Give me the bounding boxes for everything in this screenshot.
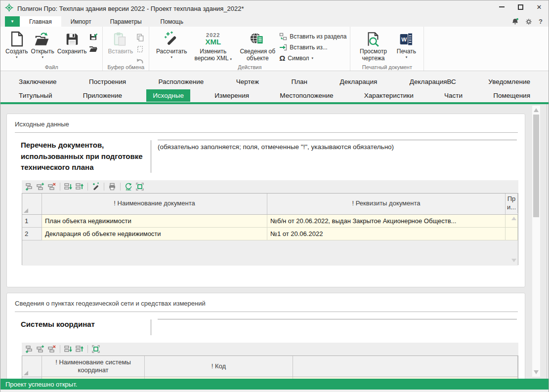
move-row-down-button[interactable] (63, 344, 73, 354)
close-button[interactable]: ✕ (530, 0, 549, 13)
tab-pomeshcheniya[interactable]: Помещения (487, 89, 537, 102)
symbol-button[interactable]: Ω Символ ▾ (279, 53, 346, 63)
column-header-attr[interactable]: При... (506, 194, 518, 213)
help-button[interactable]: ? (539, 18, 543, 25)
drawing-preview-button[interactable]: Просмотр чертежа (354, 29, 392, 63)
copy-button[interactable] (134, 32, 145, 42)
select-all-corner[interactable] (22, 194, 42, 214)
scroll-down-arrow-icon[interactable] (534, 370, 539, 374)
tab-raspolozhenie[interactable]: Расположение (152, 76, 211, 88)
tab-zaklyuchenie[interactable]: Заключение (12, 76, 63, 88)
menu-arrow-icon: ▼ (10, 19, 14, 24)
column-header-details[interactable]: ! Реквизиты документа (267, 194, 506, 214)
tab-iskhodnye[interactable]: Исходные (146, 89, 190, 102)
scroll-up-arrow-icon[interactable] (534, 108, 539, 112)
insert-row-button[interactable] (36, 344, 45, 354)
paste-special-button[interactable] (134, 44, 145, 54)
tab-postroeniya[interactable]: Построения (83, 76, 132, 88)
expand-table-button[interactable] (91, 344, 101, 354)
field-divider (150, 140, 152, 173)
ribbon-tab-parameters[interactable]: Параметры (101, 16, 151, 27)
tab-chertezh[interactable]: Чертеж (230, 76, 265, 88)
new-button[interactable]: Создать ▾ (4, 29, 30, 61)
table-row[interactable]: 2 Декларация об объекте недвижимости №1 … (22, 228, 518, 240)
open-button[interactable]: Открыть ▾ (30, 29, 56, 61)
tab-prilozhenie[interactable]: Приложение (77, 89, 128, 102)
object-info-button[interactable]: Сведения об объекте (236, 29, 279, 63)
move-row-down-button[interactable] (63, 182, 73, 192)
autofill-button[interactable] (91, 182, 101, 192)
insert-from-section-icon (279, 33, 287, 40)
tab-deklaratsiya[interactable]: Декларация (334, 76, 384, 88)
delete-row-button[interactable] (47, 182, 57, 192)
tab-mestopolozhenie[interactable]: Местоположение (273, 89, 339, 102)
add-row-button[interactable] (24, 182, 34, 192)
column-header-extra[interactable] (293, 356, 518, 377)
print-button[interactable]: W Печать ▾ (392, 29, 420, 61)
insert-row-icon (36, 345, 45, 353)
notifications-button[interactable] (511, 18, 519, 25)
table-scroll-up-icon[interactable] (511, 217, 516, 220)
tab-titulny[interactable]: Титульный (12, 89, 59, 102)
main-scrollbar[interactable] (532, 106, 540, 377)
cell-document-details[interactable]: №1 от 20.06.2022 (267, 228, 506, 240)
change-xml-version-button[interactable]: 2022 XML Изменить версию XML ▾ (190, 29, 236, 63)
gear-icon (525, 18, 532, 25)
add-row-button[interactable] (24, 344, 34, 354)
row-number[interactable]: 1 (22, 215, 42, 228)
paste-button[interactable]: Вставить (106, 29, 134, 56)
tab-uvedomlenie[interactable]: Уведомление (482, 76, 537, 88)
table-row[interactable]: 1 План объекта недвижимости №б/н от 20.0… (22, 215, 518, 228)
scrollbar-thumb[interactable] (533, 115, 539, 217)
column-header-coord-name[interactable]: ! Наименование системы координат (42, 356, 145, 377)
cell-document-name[interactable]: План объекта недвижимости (42, 215, 267, 228)
cell-coord-name[interactable] (42, 377, 145, 379)
ribbon-tab-main[interactable]: Главная (20, 16, 61, 27)
geodesy-card: Сведения о пунктах геодезической сети и … (6, 293, 525, 379)
calculate-button[interactable]: Рассчитать ▾ (153, 29, 190, 61)
minimize-button[interactable] (492, 0, 511, 13)
table-row[interactable] (22, 377, 518, 379)
coordinate-systems-field[interactable] (158, 319, 517, 336)
app-menu-button[interactable]: ▼ (5, 16, 20, 27)
move-row-up-button[interactable] (75, 344, 84, 354)
move-up-icon (75, 182, 84, 191)
expand-table-button[interactable] (135, 182, 145, 192)
column-header-name[interactable]: ! Наименование документа (42, 194, 267, 214)
insert-from-button[interactable]: Вставить из... (279, 42, 346, 52)
cell-document-name[interactable]: Декларация об объекте недвижимости (42, 228, 267, 240)
insert-row-button[interactable] (36, 182, 45, 192)
move-row-up-button[interactable] (75, 182, 84, 192)
ribbon-empty-space (424, 27, 549, 71)
save-button[interactable]: Сохранить (56, 29, 88, 56)
ribbon-tab-import[interactable]: Импорт (61, 16, 101, 27)
cell-document-details[interactable]: №б/н от 20.06.2022, выдан Закрытое Акцио… (267, 215, 506, 228)
dropdown-arrow-icon: ▾ (406, 55, 408, 60)
open-project-folder-button[interactable] (88, 44, 99, 54)
delete-row-button[interactable] (47, 344, 57, 354)
settings-button[interactable] (525, 18, 532, 25)
ribbon-tab-help[interactable]: Помощь (151, 16, 193, 27)
tab-deklaratsiyavs[interactable]: ДекларацияВС (403, 76, 463, 88)
row-number[interactable] (22, 377, 42, 379)
table-scroll-down-icon[interactable] (511, 259, 516, 262)
tab-izmereniya[interactable]: Измерения (208, 89, 255, 102)
import-xml-button[interactable]: XML (124, 182, 133, 192)
tab-chasti[interactable]: Части (438, 89, 469, 102)
cell-extra[interactable] (293, 377, 518, 379)
toolbar-separator (60, 183, 60, 191)
magic-wand-icon (164, 30, 179, 48)
maximize-button[interactable] (511, 0, 530, 13)
tab-plan[interactable]: План (285, 76, 314, 88)
section-title: Исходные данные (15, 120, 517, 128)
column-header-code[interactable]: ! Код (145, 356, 293, 377)
maximize-icon (518, 4, 523, 10)
select-all-corner[interactable] (22, 356, 42, 377)
save-as-button[interactable] (88, 32, 99, 42)
cell-code[interactable] (145, 377, 293, 379)
cell-document-attr[interactable] (506, 228, 518, 240)
insert-from-section-button[interactable]: Вставить из раздела (279, 31, 346, 41)
tab-kharakteristiki[interactable]: Характеристики (358, 89, 420, 102)
print-table-button[interactable] (107, 182, 117, 192)
row-number[interactable]: 2 (22, 228, 42, 240)
